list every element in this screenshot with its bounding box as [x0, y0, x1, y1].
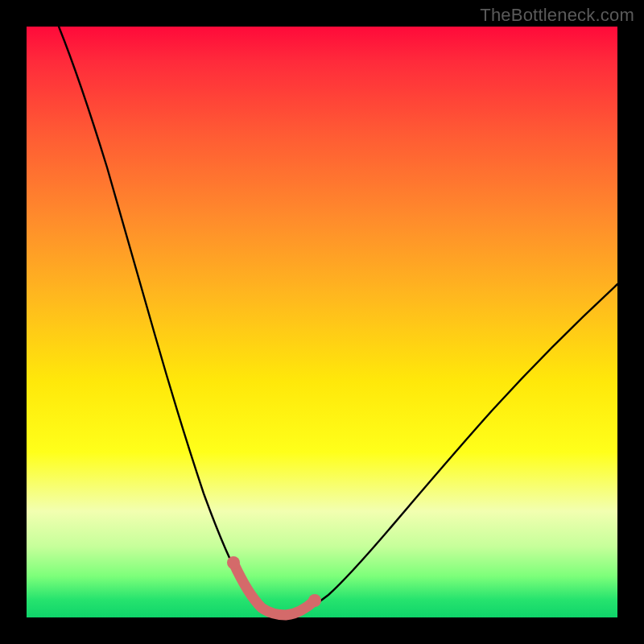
- chart-frame: TheBottleneck.com: [0, 0, 644, 644]
- bottleneck-curve: [59, 27, 617, 615]
- watermark-text: TheBottleneck.com: [480, 5, 634, 26]
- trough-dot-left: [227, 556, 240, 569]
- curve-layer: [27, 27, 617, 617]
- plot-area: [27, 27, 617, 617]
- trough-dot-right: [308, 594, 321, 607]
- trough-highlight-stroke: [233, 563, 315, 615]
